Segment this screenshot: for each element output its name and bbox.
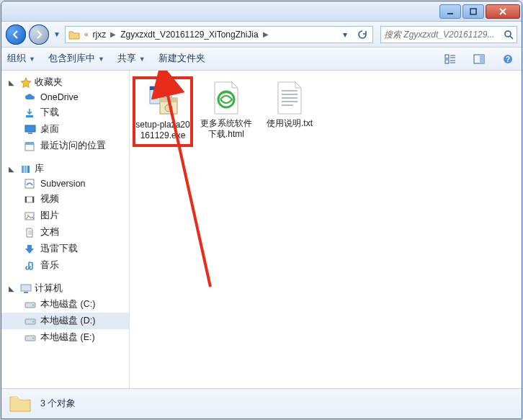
svg-rect-23: [21, 285, 31, 291]
address-bar[interactable]: « rjxz ▶ Zgyxzxdt_V20161129_XiTongZhiJia…: [65, 26, 373, 43]
computer-icon: [20, 284, 32, 294]
library-icon: [20, 164, 32, 175]
svg-rect-13: [25, 142, 34, 145]
svg-point-2: [505, 31, 511, 37]
maximize-button[interactable]: [462, 4, 484, 19]
sidebar-item-xunlei[interactable]: 迅雷下载: [1, 241, 129, 257]
back-button[interactable]: [6, 24, 26, 45]
breadcrumb-overflow[interactable]: «: [84, 30, 89, 38]
sidebar-item-documents[interactable]: 文档: [1, 224, 129, 241]
sidebar-item-label: 桌面: [40, 123, 59, 135]
document-icon: [24, 228, 36, 238]
svg-rect-9: [26, 115, 33, 117]
sidebar-item-label: 音乐: [40, 259, 59, 272]
favorites-label: 收藏夹: [35, 76, 63, 89]
svg-rect-15: [24, 166, 27, 173]
sidebar-item-videos[interactable]: 视频: [1, 191, 129, 207]
folder-icon: [68, 30, 80, 40]
sidebar-item-pictures[interactable]: 图片: [1, 207, 129, 224]
include-label: 包含到库中: [48, 53, 95, 65]
svg-rect-10: [25, 125, 35, 132]
view-options-button[interactable]: [442, 54, 458, 64]
svg-rect-3: [445, 55, 449, 58]
libraries-header[interactable]: ◣ 库: [1, 161, 129, 177]
address-dropdown-button[interactable]: ▾: [338, 27, 352, 42]
chevron-down-icon: ▼: [98, 55, 104, 63]
breadcrumb-level1[interactable]: rjxz: [93, 30, 107, 40]
html-icon: [209, 81, 243, 115]
sidebar-item-drive-c[interactable]: 本地磁盘 (C:): [1, 296, 129, 313]
sidebar-item-label: 本地磁盘 (D:): [40, 315, 95, 327]
minimize-button[interactable]: [439, 4, 461, 19]
breadcrumb-level2[interactable]: Zgyxzxdt_V20161129_XiTongZhiJia: [120, 30, 258, 40]
share-menu[interactable]: 共享 ▼: [117, 53, 146, 65]
main-area: ◣ 收藏夹 OneDrive 下载 桌面: [1, 71, 522, 388]
explorer-window: ▼ « rjxz ▶ Zgyxzxdt_V20161129_XiTongZhiJ…: [1, 1, 522, 419]
forward-button[interactable]: [29, 24, 49, 45]
sidebar-item-label: 本地磁盘 (C:): [40, 298, 95, 310]
close-button[interactable]: [486, 4, 520, 19]
refresh-button[interactable]: [355, 27, 370, 42]
svg-point-28: [32, 321, 34, 322]
svg-rect-1: [470, 9, 476, 14]
sidebar-item-onedrive[interactable]: OneDrive: [1, 90, 129, 104]
sidebar-item-subversion[interactable]: Subversion: [1, 177, 129, 191]
help-button[interactable]: ?: [500, 54, 516, 64]
computer-header[interactable]: ◣ 计算机: [1, 281, 129, 296]
svg-rect-16: [27, 166, 30, 173]
drive-icon: [24, 317, 36, 326]
organize-menu[interactable]: 组织 ▼: [7, 53, 35, 65]
folder-icon: [9, 393, 32, 416]
include-in-library-menu[interactable]: 包含到库中 ▼: [48, 53, 104, 65]
sidebar-item-desktop[interactable]: 桌面: [1, 121, 129, 138]
svg-rect-19: [25, 197, 27, 202]
sidebar-item-label: 文档: [40, 226, 59, 238]
preview-pane-button[interactable]: [471, 54, 487, 64]
file-item-setup-exe[interactable]: setup-plaza20161129.exe: [134, 78, 192, 146]
desktop-icon: [24, 125, 36, 135]
favorites-group: ◣ 收藏夹 OneDrive 下载 桌面: [1, 75, 129, 154]
search-box[interactable]: [380, 26, 517, 43]
picture-icon: [24, 211, 36, 221]
svg-rect-0: [447, 13, 453, 14]
svg-point-26: [32, 304, 34, 305]
svg-rect-4: [445, 60, 449, 63]
sidebar-item-drive-e[interactable]: 本地磁盘 (E:): [1, 329, 129, 346]
new-folder-label: 新建文件夹: [158, 53, 205, 65]
command-bar: 组织 ▼ 包含到库中 ▼ 共享 ▼ 新建文件夹 ?: [1, 48, 522, 71]
sidebar-item-label: 图片: [40, 210, 59, 222]
recent-icon: [24, 141, 36, 151]
sidebar-item-label: Subversion: [40, 179, 86, 189]
file-item-txt[interactable]: 使用说明.txt: [261, 78, 318, 132]
svg-rect-20: [32, 197, 34, 202]
sidebar-item-label: 视频: [40, 193, 59, 205]
svg-rect-32: [150, 86, 171, 90]
computer-group: ◣ 计算机 本地磁盘 (C:) 本地磁盘 (D:) 本地磁盘 (E:): [1, 281, 129, 346]
history-dropdown[interactable]: ▼: [52, 30, 62, 38]
svg-point-30: [32, 337, 34, 339]
svg-text:?: ?: [506, 55, 510, 63]
video-icon: [24, 195, 36, 205]
sidebar-item-label: 下载: [40, 107, 59, 119]
file-list-pane[interactable]: setup-plaza20161129.exe 更多系统软件下载.html: [130, 71, 522, 388]
sidebar-item-drive-d[interactable]: 本地磁盘 (D:): [1, 313, 129, 329]
navigation-bar: ▼ « rjxz ▶ Zgyxzxdt_V20161129_XiTongZhiJ…: [1, 22, 522, 48]
libraries-label: 库: [35, 163, 44, 175]
favorites-header[interactable]: ◣ 收藏夹: [1, 75, 129, 90]
sidebar-item-music[interactable]: 音乐: [1, 257, 129, 274]
chevron-down-icon: ▼: [29, 55, 35, 63]
file-label: setup-plaza20161129.exe: [135, 120, 190, 141]
txt-icon: [272, 81, 307, 115]
navigation-pane[interactable]: ◣ 收藏夹 OneDrive 下载 桌面: [1, 71, 130, 388]
search-input[interactable]: [384, 30, 501, 40]
sidebar-item-label: 迅雷下载: [40, 243, 78, 255]
status-bar: 3 个对象: [1, 388, 522, 419]
sidebar-item-recent[interactable]: 最近访问的位置: [1, 138, 129, 154]
file-item-html[interactable]: 更多系统软件下载.html: [197, 78, 255, 143]
download-icon: [24, 244, 36, 254]
music-icon: [24, 261, 36, 271]
sidebar-item-label: 本地磁盘 (E:): [40, 331, 95, 344]
new-folder-button[interactable]: 新建文件夹: [158, 53, 205, 65]
svg-rect-34: [160, 98, 177, 102]
sidebar-item-downloads[interactable]: 下载: [1, 104, 129, 121]
